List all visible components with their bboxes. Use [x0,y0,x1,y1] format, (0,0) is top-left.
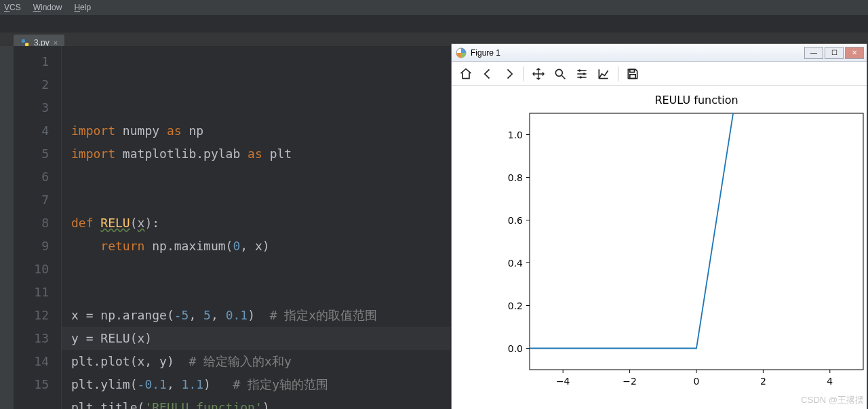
matplotlib-icon [456,47,467,58]
save-icon[interactable] [625,66,640,81]
menu-vcs[interactable]: VCS [4,3,21,12]
toolbar-separator [524,66,524,81]
svg-point-4 [578,69,580,71]
svg-point-3 [555,69,562,76]
axes-icon[interactable] [596,66,611,81]
svg-rect-0 [22,39,25,43]
tool-window-strip[interactable] [0,46,14,409]
back-icon[interactable] [480,66,495,81]
svg-point-5 [583,73,585,75]
maximize-button[interactable]: ☐ [825,47,844,59]
close-button[interactable]: ✕ [845,47,864,59]
ide-menu-bar: VCS Window Help [0,0,868,15]
watermark-text: CSDN @王撂摆 [801,394,864,406]
svg-text:REULU function: REULU function [654,94,738,106]
zoom-icon[interactable] [553,66,568,81]
configure-icon[interactable] [574,66,589,81]
line-number-gutter: 123456789101112131415 [14,46,61,409]
menu-help[interactable]: Help [74,3,91,12]
svg-point-6 [580,76,582,78]
svg-rect-8 [630,74,635,78]
minimize-button[interactable]: — [804,47,823,59]
menu-window[interactable]: Window [33,3,62,12]
home-icon[interactable] [458,66,473,81]
pan-icon[interactable] [531,66,546,81]
matplotlib-toolbar [452,62,867,86]
forward-icon[interactable] [502,66,517,81]
code-text: import numpy as np import matplotlib.pyl… [71,119,868,409]
svg-rect-7 [630,69,635,72]
toolbar-separator [618,66,618,81]
figure-titlebar[interactable]: Figure 1 — ☐ ✕ [452,44,867,62]
figure-window-title: Figure 1 [471,48,803,58]
